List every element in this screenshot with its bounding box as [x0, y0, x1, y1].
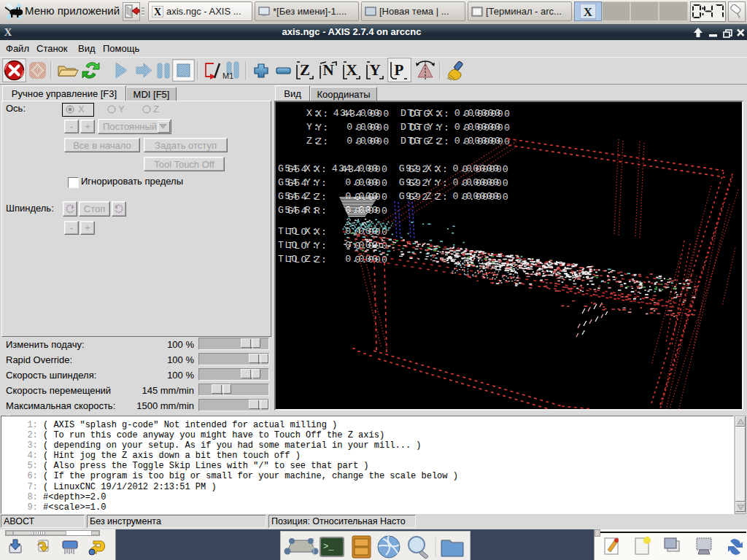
svg-text:X: 434.000 DTG X: 0.00000: X: 434.000 DTG X: 0.00000 — [316, 109, 511, 120]
svg-text:M1: M1 — [222, 71, 233, 80]
svg-text:Z: 0.000 DTG Z: 0.00000: Z: 0.000 DTG Z: 0.00000 — [316, 136, 511, 147]
svg-text:AXIS: AXIS — [449, 252, 528, 287]
svg-text:Z: Z — [300, 61, 310, 79]
svg-text:X: X — [584, 5, 593, 19]
svg-text:>_: >_ — [323, 542, 334, 552]
svg-text:P: P — [395, 61, 404, 79]
svg-text:X: X — [154, 7, 161, 18]
svg-text:Y: 0.000 DTG Y: 0.00000: Y: 0.000 DTG Y: 0.00000 — [316, 122, 511, 133]
svg-text:G54 X: 434.000 G92 X: 0.00: G54 X: 434.000 G92 X: 0.00000 — [287, 164, 509, 175]
svg-text:G54 Z: 0.000 G92 Z: 0.00: G54 Z: 0.000 G92 Z: 0.00000 — [287, 192, 509, 203]
svg-text:G54 Y: 0.000 G92 Y: 0.00: G54 Y: 0.000 G92 Y: 0.00000 — [287, 178, 509, 189]
svg-text:X: X — [346, 61, 357, 79]
svg-text:TLO Z: 0.000: TLO Z: 0.000 — [287, 254, 388, 265]
svg-text:N: N — [322, 61, 333, 79]
svg-text:G54 R: 0.000: G54 R: 0.000 — [287, 206, 388, 217]
svg-text:Y: Y — [369, 61, 380, 79]
